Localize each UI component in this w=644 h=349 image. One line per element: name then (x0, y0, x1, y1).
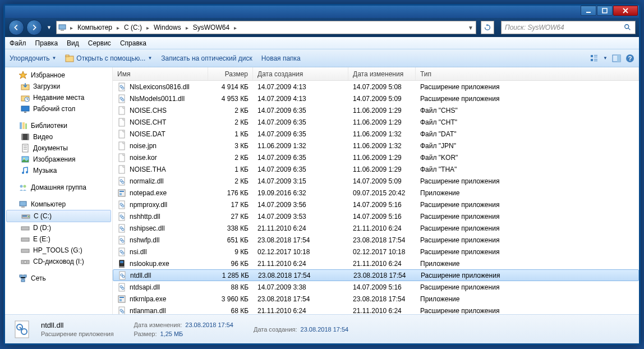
file-row[interactable]: nsi.dll9 КБ02.12.2017 10:1802.12.2017 10… (113, 246, 639, 258)
svg-rect-22 (20, 122, 22, 129)
svg-rect-93 (119, 307, 125, 315)
file-size: 1 КБ (208, 166, 253, 173)
sidebar-item-c-drive[interactable]: C (C:) (6, 210, 111, 222)
sidebar-computer[interactable]: Компьютер (5, 199, 112, 210)
file-row[interactable]: npmproxy.dll17 КБ14.07.2009 3:5614.07.20… (113, 199, 639, 210)
sidebar-item[interactable]: Музыка (5, 165, 112, 176)
column-modified[interactable]: Дата изменения (348, 67, 416, 80)
menu-help[interactable]: Справка (120, 39, 146, 47)
sidebar-item[interactable]: Рабочий стол (5, 103, 112, 114)
documents-icon (21, 144, 30, 153)
sidebar-item[interactable]: E (E:) (5, 233, 112, 245)
file-row[interactable]: ntdsapi.dll88 КБ14.07.2009 3:3814.07.200… (113, 281, 639, 293)
search-input[interactable]: Поиск: SysWOW64 (501, 21, 636, 34)
file-size: 651 КБ (208, 236, 253, 244)
history-dropdown-icon[interactable]: ▼ (44, 25, 54, 30)
column-name[interactable]: Имя (113, 67, 208, 80)
organize-button[interactable]: Упорядочить ▼ (10, 54, 56, 62)
file-row[interactable]: nshwfp.dll651 КБ23.08.2018 17:5423.08.20… (113, 234, 639, 246)
chevron-right-icon[interactable]: ▸ (232, 25, 239, 31)
pictures-icon (21, 155, 30, 164)
menu-file[interactable]: Файл (10, 39, 26, 47)
sidebar-favorites[interactable]: Избранное (5, 70, 112, 81)
breadcrumb[interactable]: ▸ Компьютер ▸ C (C:) ▸ Windows ▸ SysWOW6… (56, 21, 476, 34)
preview-pane-icon[interactable] (612, 54, 621, 63)
file-created: 23.08.2018 17:54 (253, 236, 348, 244)
sidebar-item[interactable]: Недавние места (5, 92, 112, 103)
file-row[interactable]: NlsLexicons0816.dll4 914 КБ14.07.2009 4:… (113, 81, 639, 93)
video-icon (21, 132, 30, 141)
menu-edit[interactable]: Правка (35, 39, 58, 47)
close-button[interactable] (613, 6, 638, 16)
file-size: 3 960 КБ (208, 295, 253, 303)
forward-button[interactable] (26, 20, 42, 35)
svg-rect-23 (22, 122, 25, 129)
chevron-right-icon[interactable]: ▸ (183, 25, 191, 31)
file-row[interactable]: NOISE.THA1 КБ14.07.2009 6:3511.06.2009 1… (113, 163, 639, 175)
column-type[interactable]: Тип (416, 67, 639, 80)
file-row[interactable]: nshipsec.dll338 КБ21.11.2010 6:2421.11.2… (113, 222, 639, 234)
breadcrumb-segment[interactable]: SysWOW64 (191, 21, 232, 34)
sidebar-network[interactable]: Сеть (5, 273, 112, 284)
file-row[interactable]: NOISE.CHT2 КБ14.07.2009 6:3511.06.2009 1… (113, 116, 639, 128)
file-row[interactable]: ntlanman.dll68 КБ21.11.2010 6:2421.11.20… (113, 305, 639, 314)
svg-rect-35 (20, 201, 26, 206)
file-modified: 11.06.2009 1:32 (348, 142, 416, 150)
burn-button[interactable]: Записать на оптический диск (161, 54, 252, 62)
file-row[interactable]: normaliz.dll2 КБ14.07.2009 3:1514.07.200… (113, 175, 639, 187)
file-row[interactable]: NOISE.DAT1 КБ14.07.2009 6:3511.06.2009 1… (113, 128, 639, 140)
chevron-right-icon[interactable]: ▸ (68, 25, 75, 31)
prop-label: Дата создания: (254, 326, 297, 333)
file-row[interactable]: noise.jpn3 КБ11.06.2009 1:3211.06.2009 1… (113, 140, 639, 151)
sidebar-libraries[interactable]: Библиотеки (5, 120, 112, 131)
file-size: 1 КБ (208, 130, 253, 138)
view-dropdown-icon[interactable]: ▼ (603, 56, 608, 61)
breadcrumb-segment[interactable]: Компьютер (75, 21, 114, 34)
help-icon[interactable]: ? (625, 54, 634, 63)
column-size[interactable]: Размер (208, 67, 253, 80)
file-type: Расширение приложения (416, 272, 638, 279)
svg-rect-0 (586, 12, 591, 13)
sidebar-item[interactable]: D (D:) (5, 222, 112, 233)
breadcrumb-segment[interactable]: Windows (151, 21, 183, 34)
file-icon (117, 200, 126, 209)
svg-rect-59 (119, 166, 125, 173)
back-button[interactable] (8, 20, 24, 35)
sidebar-item[interactable]: Изображения (5, 154, 112, 165)
sidebar-item[interactable]: CD-дисковод (I:) (5, 256, 112, 267)
open-with-button[interactable]: Открыть с помощью... ▼ (65, 54, 152, 63)
svg-rect-8 (594, 55, 597, 56)
file-row[interactable]: noise.kor2 КБ14.07.2009 6:3511.06.2009 1… (113, 151, 639, 163)
file-name: npmproxy.dll (130, 201, 167, 209)
refresh-button[interactable] (481, 21, 494, 34)
sidebar-item[interactable]: HP_TOOLS (G:) (5, 245, 112, 256)
chevron-down-icon[interactable]: ▼ (466, 25, 476, 31)
svg-rect-64 (119, 191, 124, 192)
minimize-button[interactable] (581, 6, 596, 16)
svg-rect-21 (24, 112, 26, 113)
sidebar-item[interactable]: Загрузки (5, 81, 112, 92)
chevron-right-icon[interactable]: ▸ (144, 25, 151, 31)
svg-point-33 (20, 185, 23, 188)
menu-view[interactable]: Вид (67, 39, 79, 47)
file-row[interactable]: ntdll.dll1 285 КБ23.08.2018 17:5423.08.2… (113, 269, 639, 281)
sidebar-item[interactable]: Видео (5, 131, 112, 143)
new-folder-button[interactable]: Новая папка (261, 54, 301, 62)
chevron-right-icon[interactable]: ▸ (114, 25, 122, 31)
file-row[interactable]: NlsModels0011.dll4 953 КБ14.07.2009 4:13… (113, 93, 639, 104)
sidebar-item[interactable]: Документы (5, 143, 112, 154)
file-row[interactable]: nshhttp.dll27 КБ14.07.2009 3:5314.07.200… (113, 210, 639, 222)
file-size: 17 КБ (208, 201, 253, 209)
view-options-icon[interactable] (590, 54, 599, 63)
column-created[interactable]: Дата создания (253, 67, 348, 80)
sidebar-homegroup[interactable]: Домашняя группа (5, 182, 112, 193)
file-row[interactable]: nslookup.exe96 КБ21.11.2010 6:2421.11.20… (113, 258, 639, 269)
file-row[interactable]: ntkrnlpa.exe3 960 КБ23.08.2018 17:5423.0… (113, 293, 639, 305)
menu-tools[interactable]: Сервис (88, 39, 111, 47)
breadcrumb-segment[interactable]: C (C:) (122, 21, 144, 34)
file-type: Приложение (416, 189, 639, 197)
file-row[interactable]: NOISE.CHS2 КБ14.07.2009 6:3511.06.2009 1… (113, 104, 639, 116)
maximize-button[interactable] (597, 6, 613, 16)
file-row[interactable]: notepad.exe176 КБ19.09.2016 6:3209.07.20… (113, 187, 639, 199)
file-icon (117, 306, 126, 315)
